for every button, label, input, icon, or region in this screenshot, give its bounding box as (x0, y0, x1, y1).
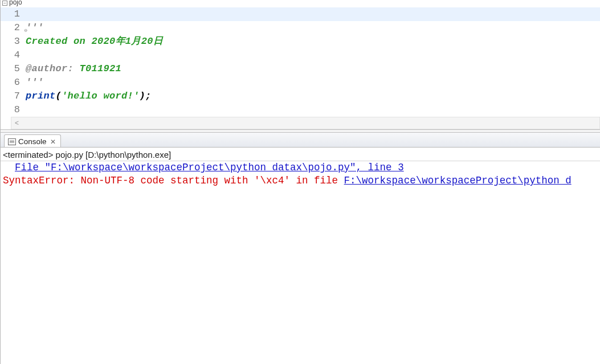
line-number: 5 (1, 62, 26, 76)
close-icon[interactable]: ✕ (50, 138, 56, 146)
horizontal-scrollbar[interactable]: < (11, 117, 600, 129)
scroll-left-icon[interactable]: < (15, 119, 19, 127)
code-line[interactable]: 1 (1, 7, 600, 21)
line-number: 3 (1, 35, 26, 48)
fold-icon[interactable]: ⊖ (22, 24, 27, 29)
line-number: 7 (1, 89, 26, 103)
console-file-link-2[interactable]: F:\workspace\workspaceProject\python_d (344, 175, 572, 186)
code-line[interactable]: 8 (1, 103, 600, 117)
code-content[interactable] (26, 103, 600, 117)
code-line[interactable]: 6''' (1, 76, 600, 89)
line-number: 6 (1, 76, 26, 89)
console-file-link[interactable]: File "F:\workspace\workspaceProject\pyth… (15, 162, 404, 173)
code-content[interactable]: ''' (26, 21, 600, 35)
tab-label: Console (18, 137, 47, 146)
code-line[interactable]: 4 (1, 48, 600, 62)
console-error-text: SyntaxError: Non-UTF-8 code starting wit… (3, 175, 344, 186)
outline-label: pojo (9, 0, 22, 6)
code-line[interactable]: 2⊖''' (1, 21, 600, 35)
console-icon (8, 138, 16, 145)
console-tabstrip: Console ✕ (1, 133, 600, 148)
code-line[interactable]: 3Created on 2020年1月20日 (1, 35, 600, 48)
code-content[interactable]: print('hello word!'); (26, 89, 600, 103)
tab-console[interactable]: Console ✕ (4, 134, 61, 147)
line-number: 4 (1, 48, 26, 62)
line-number: 1 (1, 7, 26, 21)
code-content[interactable]: Created on 2020年1月20日 (26, 35, 600, 48)
console-output[interactable]: File "F:\workspace\workspaceProject\pyth… (1, 161, 600, 187)
code-editor[interactable]: 12⊖'''3Created on 2020年1月20日45@author: T… (1, 7, 600, 129)
code-content[interactable] (26, 48, 600, 62)
code-content[interactable]: ''' (26, 76, 600, 89)
code-content[interactable]: @author: T011921 (26, 62, 600, 76)
code-content[interactable] (26, 7, 600, 21)
console-run-header: <terminated> pojo.py [D:\python\python.e… (1, 148, 600, 161)
line-number: 8 (1, 103, 26, 117)
code-line[interactable]: 5@author: T011921 (1, 62, 600, 76)
code-line[interactable]: 7print('hello word!'); (1, 89, 600, 103)
outline-expand-row[interactable]: − pojo (1, 0, 600, 7)
line-number: 2⊖ (1, 21, 26, 35)
collapse-icon[interactable]: − (2, 1, 7, 6)
